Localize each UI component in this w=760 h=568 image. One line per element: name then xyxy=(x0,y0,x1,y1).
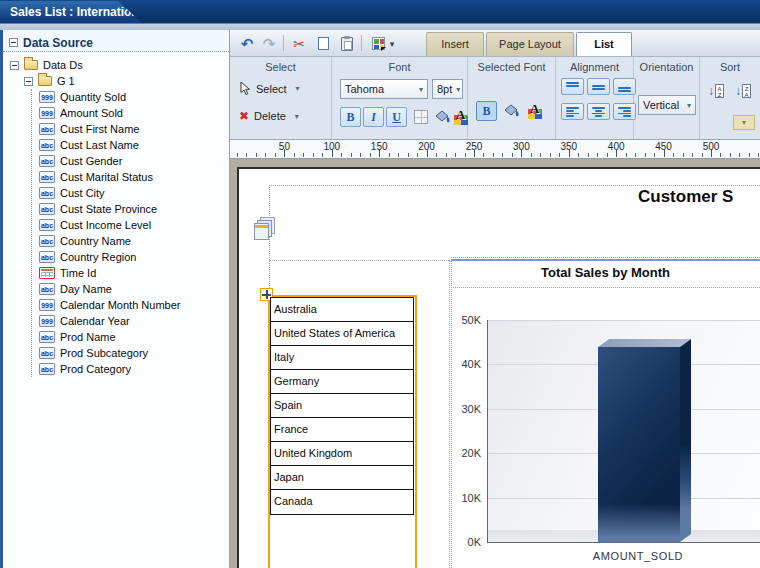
list-cell[interactable]: Australia xyxy=(271,298,413,322)
vertical-align-row xyxy=(561,78,636,95)
tree-field-cust-marital-status[interactable]: abcCust Marital Status xyxy=(32,169,229,185)
tab-label: Insert xyxy=(441,38,469,50)
text-field-icon: abc xyxy=(39,139,55,151)
font-size-select[interactable]: 8pt ▾ xyxy=(432,79,463,99)
select-button[interactable]: Select ▾ xyxy=(239,81,300,96)
document-tab[interactable]: Sales List : International Sales xyxy=(0,1,142,23)
delete-x-icon: ✖ xyxy=(239,109,249,123)
repeating-group-icon[interactable] xyxy=(254,223,269,240)
align-right-button[interactable] xyxy=(613,103,636,120)
component-grid-icon xyxy=(372,37,385,50)
delete-label: Delete xyxy=(254,110,286,122)
sort-ascending-button[interactable]: ↓ AZ xyxy=(704,81,728,100)
list-cell[interactable]: Spain xyxy=(271,394,413,418)
tree-field-cust-income-level[interactable]: abcCust Income Level xyxy=(32,217,229,233)
list-cell[interactable]: United Kingdom xyxy=(271,442,413,466)
copy-button[interactable] xyxy=(312,33,334,54)
tree-field-calendar-year[interactable]: 999Calendar Year xyxy=(32,313,229,329)
toolbar-separator xyxy=(283,35,284,51)
italic-button[interactable]: I xyxy=(363,107,384,127)
group-label: Select xyxy=(230,57,331,73)
bold-button[interactable]: B xyxy=(340,107,361,127)
titlebar-substrip xyxy=(0,23,760,30)
font-name-select[interactable]: Tahoma ▾ xyxy=(340,79,428,99)
tree-field-time-id[interactable]: Time Id xyxy=(32,265,229,281)
tree-node-g1[interactable]: G 1 xyxy=(3,73,229,89)
font-color-icon: A xyxy=(528,104,544,119)
list-cell[interactable]: Canada xyxy=(271,490,413,514)
tab-page-layout[interactable]: Page Layout xyxy=(486,32,574,56)
delete-button[interactable]: ✖ Delete ▾ xyxy=(239,109,299,123)
align-middle-button[interactable] xyxy=(587,78,610,95)
align-bottom-button[interactable] xyxy=(613,78,636,95)
ruler-major-tick xyxy=(569,149,570,157)
ribbon-group-font: Font Tahoma ▾ 8pt ▾ B I U A xyxy=(332,57,468,139)
undo-button[interactable]: ↶ xyxy=(236,33,258,54)
chart-bar-shading xyxy=(598,504,680,542)
tree-node-data-ds[interactable]: Data Ds xyxy=(3,57,229,73)
text-field-icon: abc xyxy=(39,235,55,247)
font-size-value: 8pt xyxy=(437,83,452,95)
data-source-title: Data Source xyxy=(23,36,93,50)
component-palette-dropdown[interactable]: ▾ xyxy=(386,33,398,54)
paste-button[interactable] xyxy=(336,33,358,54)
list-cell[interactable]: United States of America xyxy=(271,322,413,346)
tree-field-label: Cust First Name xyxy=(60,123,139,135)
chart-title[interactable]: Total Sales by Month xyxy=(451,265,760,280)
selected-font-color-button[interactable]: A xyxy=(526,101,546,121)
tab-insert[interactable]: Insert xyxy=(426,32,484,56)
collapse-node-icon[interactable] xyxy=(10,61,19,70)
selected-fill-color-button[interactable] xyxy=(502,101,522,121)
report-page[interactable]: Customer S AustraliaUnited States of Ame… xyxy=(237,167,760,568)
chart-plot-area[interactable] xyxy=(487,320,760,543)
tree-field-day-name[interactable]: abcDay Name xyxy=(32,281,229,297)
collapse-node-icon[interactable] xyxy=(24,77,33,86)
tree-field-label: Calendar Month Number xyxy=(60,299,180,311)
tree-field-label: Cust Gender xyxy=(60,155,122,167)
list-cell[interactable]: Italy xyxy=(271,346,413,370)
chevron-down-icon[interactable]: ▾ xyxy=(295,112,299,121)
sort-down-arrow-icon: ↓ xyxy=(708,84,714,98)
list-cell[interactable]: France xyxy=(271,418,413,442)
tree-field-cust-gender[interactable]: abcCust Gender xyxy=(32,153,229,169)
chart-y-tick-label: 40K xyxy=(445,358,481,370)
tree-field-country-region[interactable]: abcCountry Region xyxy=(32,249,229,265)
ruler-minor-ticks xyxy=(237,153,760,157)
tree-field-country-name[interactable]: abcCountry Name xyxy=(32,233,229,249)
tree-field-prod-subcategory[interactable]: abcProd Subcategory xyxy=(32,345,229,361)
redo-button[interactable]: ↷ xyxy=(258,33,280,54)
tree-field-quantity-sold[interactable]: 999Quantity Sold xyxy=(32,89,229,105)
tree-field-cust-city[interactable]: abcCust City xyxy=(32,185,229,201)
tree-field-prod-category[interactable]: abcProd Category xyxy=(32,361,229,377)
report-title[interactable]: Customer S xyxy=(638,187,733,207)
underline-button[interactable]: U xyxy=(386,107,407,127)
text-field-icon: abc xyxy=(39,203,55,215)
fill-color-button[interactable] xyxy=(433,107,453,127)
collapse-panel-icon[interactable] xyxy=(9,38,18,47)
quick-toolbar: ↶ ↷ ✂ ▾ Insert Page Layout List xyxy=(230,30,760,57)
tab-list[interactable]: List xyxy=(576,32,632,56)
tree-field-cust-first-name[interactable]: abcCust First Name xyxy=(32,121,229,137)
cut-button[interactable]: ✂ xyxy=(288,33,310,54)
tree-field-prod-name[interactable]: abcProd Name xyxy=(32,329,229,345)
tree-field-cust-last-name[interactable]: abcCust Last Name xyxy=(32,137,229,153)
list-cell[interactable]: Japan xyxy=(271,466,413,490)
chevron-down-icon[interactable]: ▾ xyxy=(296,84,300,93)
tree-field-amount-sold[interactable]: 999Amount Sold xyxy=(32,105,229,121)
country-list[interactable]: AustraliaUnited States of AmericaItalyGe… xyxy=(270,297,414,515)
align-left-button[interactable] xyxy=(561,103,584,120)
orientation-select[interactable]: Vertical ▾ xyxy=(638,95,696,115)
main-area: ↶ ↷ ✂ ▾ Insert Page Layout List Select S… xyxy=(230,30,760,568)
sort-descending-button[interactable]: ↓ ZA xyxy=(731,81,755,100)
sort-za-icon: ZA xyxy=(742,84,751,98)
sort-options-dropdown[interactable]: ▾ xyxy=(733,115,755,130)
borders-button[interactable] xyxy=(411,107,431,127)
align-top-button[interactable] xyxy=(561,78,584,95)
tree-field-calendar-month-number[interactable]: 999Calendar Month Number xyxy=(32,297,229,313)
horizontal-ruler: 50100150200250300350400450500 xyxy=(230,140,760,159)
tree-field-cust-state-province[interactable]: abcCust State Province xyxy=(32,201,229,217)
align-center-button[interactable] xyxy=(587,103,610,120)
list-cell[interactable]: Germany xyxy=(271,370,413,394)
group-label: Font xyxy=(332,57,467,73)
selected-bold-button[interactable]: B xyxy=(476,101,497,121)
